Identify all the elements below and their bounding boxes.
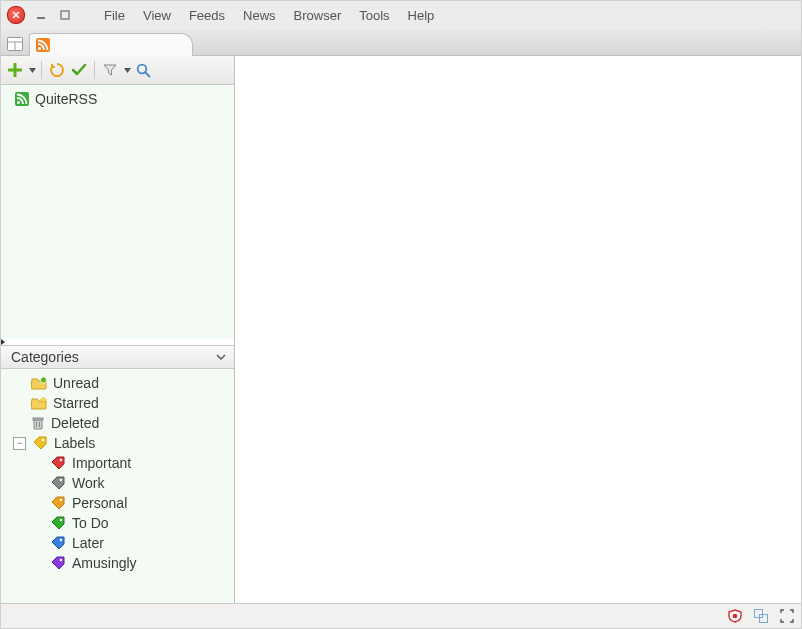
label-later[interactable]: Later	[1, 533, 234, 553]
category-unread[interactable]: Unread	[1, 373, 234, 393]
categories-tree[interactable]: Unread Starred Deleted −	[1, 369, 234, 603]
label-work[interactable]: Work	[1, 473, 234, 493]
menu-news[interactable]: News	[234, 5, 285, 26]
tag-icon	[51, 536, 66, 550]
refresh-button[interactable]	[47, 60, 67, 80]
label-text: Amusingly	[72, 555, 137, 571]
sidebar-toolbar	[1, 56, 234, 85]
svg-point-6	[38, 47, 41, 50]
svg-point-11	[41, 377, 47, 383]
tab-feeds[interactable]	[29, 33, 193, 56]
svg-point-21	[60, 539, 63, 542]
tag-icon	[33, 436, 48, 450]
svg-rect-13	[33, 418, 43, 420]
label-important[interactable]: Important	[1, 453, 234, 473]
svg-point-20	[60, 519, 63, 522]
svg-point-16	[42, 439, 45, 442]
svg-rect-0	[37, 17, 45, 19]
label-text: Personal	[72, 495, 127, 511]
svg-point-19	[60, 499, 63, 502]
collapse-button[interactable]: −	[13, 437, 26, 450]
window-close-button[interactable]	[7, 6, 25, 24]
svg-point-18	[60, 479, 63, 482]
svg-line-8	[145, 72, 149, 76]
folder-star-icon	[31, 396, 47, 410]
svg-point-17	[60, 459, 63, 462]
menu-tools[interactable]: Tools	[350, 5, 398, 26]
category-starred[interactable]: Starred	[1, 393, 234, 413]
chevron-down-icon[interactable]	[216, 354, 226, 360]
svg-point-23	[733, 614, 738, 619]
menu-browser[interactable]: Browser	[285, 5, 351, 26]
layout-icon[interactable]	[753, 608, 769, 624]
window-maximize-button[interactable]	[57, 7, 73, 23]
tabstrip	[1, 29, 801, 56]
category-labels[interactable]: − Labels	[1, 433, 234, 453]
filter-dropdown[interactable]	[124, 68, 131, 73]
add-feed-dropdown[interactable]	[29, 68, 36, 73]
search-button[interactable]	[133, 60, 153, 80]
window-minimize-button[interactable]	[33, 7, 49, 23]
svg-rect-25	[760, 615, 768, 623]
filter-button[interactable]	[100, 60, 120, 80]
app-window: File View Feeds News Browser Tools Help	[0, 0, 802, 629]
categories-title: Categories	[11, 349, 79, 365]
add-feed-button[interactable]	[5, 60, 25, 80]
titlebar: File View Feeds News Browser Tools Help	[1, 1, 801, 29]
menubar: File View Feeds News Browser Tools Help	[95, 5, 443, 26]
sidebar: QuiteRSS Categories Unread	[1, 56, 235, 603]
fullscreen-icon[interactable]	[779, 608, 795, 624]
folder-unread-icon	[31, 376, 47, 390]
menu-help[interactable]: Help	[399, 5, 444, 26]
feed-label: QuiteRSS	[35, 91, 97, 107]
adblock-icon[interactable]	[727, 608, 743, 624]
svg-point-22	[60, 559, 63, 562]
tag-icon	[51, 516, 66, 530]
label-amusingly[interactable]: Amusingly	[1, 553, 234, 573]
tag-icon	[51, 476, 66, 490]
rss-icon	[36, 38, 50, 52]
feed-tree[interactable]: QuiteRSS	[1, 85, 234, 339]
panel-toggle-button[interactable]	[3, 33, 27, 55]
menu-view[interactable]: View	[134, 5, 180, 26]
category-label: Labels	[54, 435, 95, 451]
menu-feeds[interactable]: Feeds	[180, 5, 234, 26]
category-label: Deleted	[51, 415, 99, 431]
svg-rect-12	[34, 420, 42, 429]
category-label: Unread	[53, 375, 99, 391]
tag-icon	[51, 556, 66, 570]
category-deleted[interactable]: Deleted	[1, 413, 234, 433]
feed-item[interactable]: QuiteRSS	[1, 89, 234, 109]
rss-green-icon	[15, 92, 29, 106]
label-text: Later	[72, 535, 104, 551]
label-todo[interactable]: To Do	[1, 513, 234, 533]
svg-rect-24	[755, 610, 763, 618]
label-text: To Do	[72, 515, 109, 531]
category-label: Starred	[53, 395, 99, 411]
categories-header[interactable]: Categories	[1, 345, 234, 369]
menu-file[interactable]: File	[95, 5, 134, 26]
trash-icon	[31, 416, 45, 430]
tag-icon	[51, 456, 66, 470]
label-personal[interactable]: Personal	[1, 493, 234, 513]
tag-icon	[51, 496, 66, 510]
statusbar	[1, 603, 801, 628]
mark-read-button[interactable]	[69, 60, 89, 80]
svg-rect-1	[61, 11, 69, 19]
svg-point-10	[17, 101, 20, 104]
label-text: Important	[72, 455, 131, 471]
main-content	[235, 56, 801, 603]
label-text: Work	[72, 475, 104, 491]
